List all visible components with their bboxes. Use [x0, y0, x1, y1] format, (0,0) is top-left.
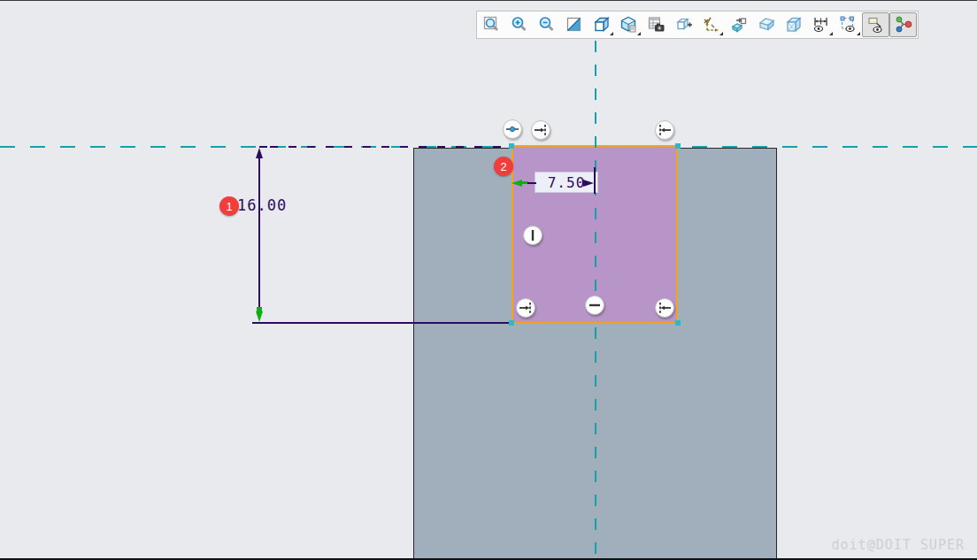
- dimension1-line[interactable]: [258, 150, 260, 313]
- vertex-dot-bottom-right[interactable]: [675, 320, 681, 326]
- handle-collapse-horizontal[interactable]: [585, 295, 604, 315]
- zoom-out-icon: [537, 15, 557, 35]
- vertical-bar-icon: [525, 227, 541, 243]
- view-toolbar: [476, 11, 919, 39]
- dimension1-arrow-down-icon: [256, 311, 263, 322]
- toolbar-button-view-relations[interactable]: [889, 12, 917, 37]
- arrow-right-to-dash-icon: [518, 300, 534, 316]
- dropdown-caret-icon: [829, 32, 833, 35]
- cad-viewport: 16.00 1 7.50 2: [0, 0, 977, 560]
- reverse-body-icon: [729, 15, 749, 35]
- handle-anchor-point[interactable]: [503, 119, 522, 139]
- toolbar-button-dimension-visibility[interactable]: [807, 12, 835, 37]
- vertex-dot-top-right[interactable]: [675, 143, 681, 149]
- step-badge-2-number: 2: [500, 160, 506, 173]
- arrow-right-to-dash-icon: [533, 122, 549, 138]
- cube-plus-icon: [674, 15, 694, 35]
- dimension-eye-icon: [812, 15, 831, 35]
- window-top-border: [0, 0, 977, 1]
- dropdown-caret-icon: [610, 32, 613, 35]
- zoom-window-icon: [482, 15, 502, 35]
- toolbar-button-add-body[interactable]: [670, 12, 697, 37]
- vertex-dot-top-left[interactable]: [509, 143, 514, 149]
- dropdown-caret-icon: [857, 32, 860, 35]
- anchor-point-icon: [504, 121, 520, 137]
- dimension1-bottom-extension-line: [252, 322, 512, 324]
- dropdown-caret-icon: [719, 32, 723, 35]
- toolbar-button-sketch-axes[interactable]: [697, 12, 725, 37]
- view-cube-icon: [592, 15, 612, 35]
- step-badge-2: 2: [494, 157, 513, 176]
- toolbar-button-zoom-in[interactable]: [505, 12, 533, 37]
- zoom-in-icon: [510, 15, 529, 35]
- toolbar-button-annotation-visibility[interactable]: [835, 12, 862, 37]
- toolbar-button-capture-table[interactable]: [642, 12, 670, 37]
- toolbar-button-reverse-body[interactable]: [725, 12, 752, 37]
- dimension2-line: [527, 182, 536, 184]
- dash-to-arrow-left-icon: [657, 300, 673, 316]
- annotation-eye-icon: [839, 15, 858, 35]
- toolbar-button-zoom-window[interactable]: [478, 12, 505, 37]
- shaded-slab-icon: [757, 15, 776, 35]
- dash-to-arrow-left-icon: [657, 122, 673, 138]
- toolbar-button-view-orientation[interactable]: [588, 12, 615, 37]
- toolbar-button-display-style[interactable]: [615, 12, 642, 37]
- table-camera-icon: [647, 15, 666, 35]
- toolbar-button-view-sketch-notes[interactable]: [862, 12, 889, 37]
- handle-stretch-vertical[interactable]: [523, 226, 542, 245]
- horizontal-bar-icon: [587, 297, 603, 313]
- toolbar-button-section-view[interactable]: [560, 12, 588, 37]
- toolbar-button-wireframe-display[interactable]: [780, 12, 807, 37]
- display-style-icon: [619, 15, 639, 35]
- handle-offset-right-bottom[interactable]: [516, 298, 535, 318]
- dropdown-caret-icon: [637, 32, 641, 35]
- dimension1-arrow-up-icon: [256, 148, 263, 158]
- relations-nodes-icon: [894, 15, 913, 35]
- dimension2-value: 7.50: [548, 174, 586, 191]
- watermark-text: doit@DOIT SUPER: [832, 537, 965, 553]
- dimension1-top-extension-line: [259, 146, 512, 148]
- sketch-axes-icon: [702, 15, 721, 35]
- dimension1-value[interactable]: 16.00: [237, 196, 287, 214]
- wireframe-cube-icon: [784, 15, 804, 35]
- step-badge-1: 1: [219, 196, 239, 216]
- dimension2-extension-line: [594, 167, 596, 194]
- vertex-dot-bottom-left[interactable]: [509, 320, 514, 326]
- step-badge-1-number: 1: [226, 200, 232, 213]
- section-view-icon: [565, 15, 584, 35]
- handle-offset-right-top[interactable]: [531, 120, 550, 140]
- toolbar-button-shaded-display[interactable]: [752, 12, 780, 37]
- toolbar-button-zoom-out[interactable]: [533, 12, 560, 37]
- dimension2-arrow-right-icon: [583, 180, 594, 187]
- handle-offset-left-bottom[interactable]: [655, 298, 674, 318]
- handle-offset-left-top[interactable]: [655, 120, 674, 140]
- note-arrow-eye-icon: [866, 15, 886, 35]
